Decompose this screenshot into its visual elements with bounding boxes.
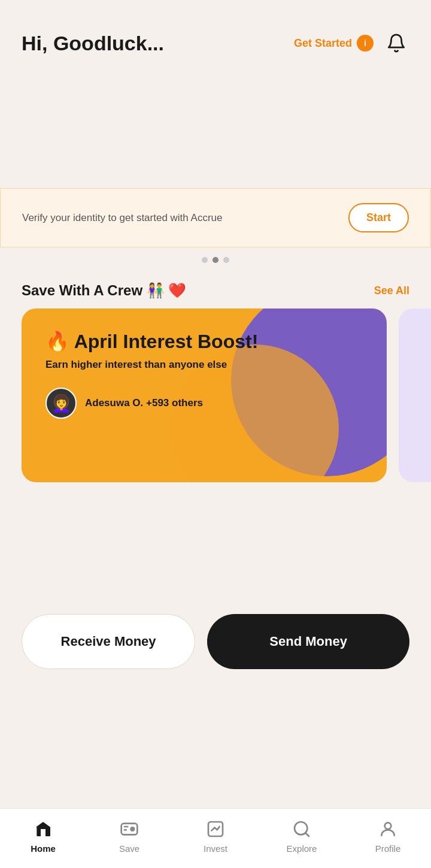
dot-1 bbox=[202, 257, 208, 263]
secondary-crew-card[interactable] bbox=[399, 309, 431, 482]
save-icon bbox=[119, 818, 140, 840]
invest-icon bbox=[205, 818, 226, 840]
crew-avatars: 👩‍🦱 Adesuwa O. +593 others bbox=[45, 388, 363, 419]
nav-item-invest[interactable]: Invest bbox=[186, 818, 245, 854]
notification-bell-button[interactable] bbox=[383, 30, 409, 56]
save-crew-section-header: Save With A Crew 👫 ❤️ See All bbox=[0, 268, 431, 309]
get-started-button[interactable]: Get Started i bbox=[294, 35, 374, 52]
explore-icon bbox=[291, 818, 312, 840]
see-all-button[interactable]: See All bbox=[374, 285, 409, 297]
explore-nav-label: Explore bbox=[287, 843, 317, 854]
action-buttons: Receive Money Send Money bbox=[0, 614, 431, 669]
pagination-dots bbox=[0, 247, 431, 268]
info-icon: i bbox=[357, 35, 374, 52]
content-spacer bbox=[0, 482, 431, 614]
profile-nav-label: Profile bbox=[375, 843, 401, 854]
svg-line-4 bbox=[305, 833, 309, 836]
verify-text: Verify your identity to get started with… bbox=[22, 211, 223, 225]
crew-cards-row: 🔥 April Interest Boost! Earn higher inte… bbox=[0, 309, 431, 482]
svg-point-1 bbox=[131, 827, 134, 830]
home-nav-label: Home bbox=[31, 843, 56, 854]
svg-point-5 bbox=[385, 822, 391, 829]
nav-item-save[interactable]: Save bbox=[99, 818, 159, 854]
balance-area bbox=[0, 68, 431, 188]
boost-title-text: April Interest Boost! bbox=[74, 331, 259, 352]
boost-subtitle: Earn higher interest than anyone else bbox=[45, 359, 363, 371]
send-money-button[interactable]: Send Money bbox=[207, 614, 409, 669]
save-nav-label: Save bbox=[119, 843, 139, 854]
boost-title: 🔥 April Interest Boost! bbox=[45, 330, 363, 353]
start-verification-button[interactable]: Start bbox=[348, 203, 409, 232]
receive-money-button[interactable]: Receive Money bbox=[22, 614, 195, 669]
crew-members-count: Adesuwa O. +593 others bbox=[85, 397, 203, 409]
greeting-text: Hi, Goodluck... bbox=[22, 32, 164, 55]
dot-2 bbox=[213, 257, 218, 263]
nav-item-explore[interactable]: Explore bbox=[272, 818, 332, 854]
april-boost-card[interactable]: 🔥 April Interest Boost! Earn higher inte… bbox=[22, 309, 387, 482]
verify-banner: Verify your identity to get started with… bbox=[0, 188, 431, 247]
fire-emoji: 🔥 bbox=[45, 331, 69, 352]
profile-icon bbox=[377, 818, 399, 840]
invest-nav-label: Invest bbox=[204, 843, 227, 854]
nav-item-profile[interactable]: Profile bbox=[358, 818, 418, 854]
bottom-navigation: Home Save Invest Explor bbox=[0, 808, 431, 868]
header-actions: Get Started i bbox=[294, 30, 409, 56]
home-icon bbox=[32, 818, 54, 840]
dot-3 bbox=[223, 257, 229, 263]
card-content: 🔥 April Interest Boost! Earn higher inte… bbox=[45, 330, 363, 419]
section-title: Save With A Crew 👫 ❤️ bbox=[22, 282, 186, 299]
bell-icon bbox=[386, 33, 406, 53]
get-started-label: Get Started bbox=[294, 37, 352, 50]
nav-item-home[interactable]: Home bbox=[13, 818, 73, 854]
avatar: 👩‍🦱 bbox=[45, 388, 77, 419]
header: Hi, Goodluck... Get Started i bbox=[0, 0, 431, 68]
